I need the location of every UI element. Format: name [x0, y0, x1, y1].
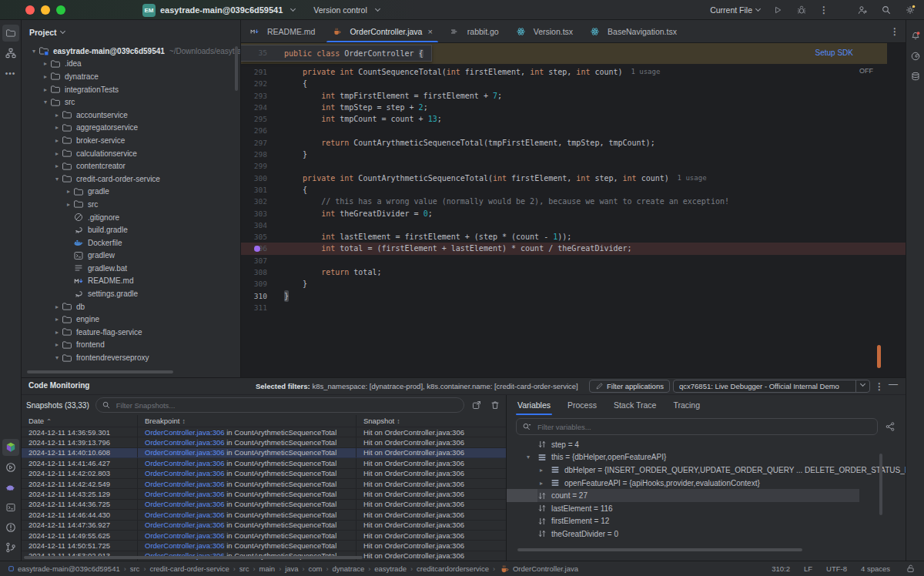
tree-item-db[interactable]: ▸db: [22, 300, 240, 313]
tree-chevron-icon[interactable]: ▸: [64, 188, 73, 195]
tab-basenavigation-tsx[interactable]: BaseNavigation.tsx: [581, 20, 685, 42]
tree-chevron-icon[interactable]: ▸: [52, 316, 62, 323]
tree-chevron-icon[interactable]: ▸: [41, 73, 50, 80]
run-tool-button[interactable]: [2, 459, 19, 476]
column-breakpoint[interactable]: Breakpoint↕: [137, 415, 356, 427]
breakpoint-link[interactable]: OrderController.java:306: [145, 521, 225, 529]
breakpoint-icon[interactable]: [254, 246, 260, 252]
debugger-tool-button[interactable]: [2, 479, 19, 496]
snapshot-row[interactable]: 2024-12-11 14:46:44.430OrderController.j…: [22, 510, 506, 520]
tree-item-engine[interactable]: ▸engine: [22, 313, 240, 326]
code-with-me-icon[interactable]: [856, 4, 869, 16]
code-line-303[interactable]: 303 int theGreatDivider = 0;: [241, 208, 906, 219]
tree-chevron-icon[interactable]: ▸: [41, 60, 50, 67]
tree-chevron-icon[interactable]: ▾: [41, 99, 50, 105]
breadcrumb-dynatrace[interactable]: dynatrace: [333, 564, 365, 573]
more-actions-button[interactable]: ⋮: [819, 5, 829, 15]
line-number[interactable]: 291: [241, 66, 267, 78]
tree-chevron-icon[interactable]: ▸: [52, 162, 62, 169]
code-line-296[interactable]: 296: [241, 125, 906, 136]
tab-ordercontroller-java[interactable]: OrderController.java×: [323, 20, 440, 42]
project-panel-title[interactable]: Project: [29, 28, 57, 37]
breakpoint-link[interactable]: OrderController.java:306: [145, 480, 225, 488]
code-line-298[interactable]: 298 }: [241, 149, 906, 160]
code-line-293[interactable]: 293 int tmpFirstElement = firstElement +…: [241, 90, 906, 102]
breakpoint-link[interactable]: OrderController.java:306: [145, 511, 225, 519]
more-tools-button[interactable]: •••: [2, 65, 19, 82]
line-number[interactable]: 303: [241, 208, 267, 219]
line-number[interactable]: 292: [241, 78, 267, 89]
search-everywhere-icon[interactable]: [880, 4, 892, 16]
version-control-tool-button[interactable]: [2, 539, 19, 556]
snapshot-filter-input[interactable]: [115, 400, 458, 410]
share-icon[interactable]: [884, 420, 896, 433]
terminal-tool-button[interactable]: [2, 499, 19, 516]
tree-item--idea[interactable]: ▸.idea: [22, 58, 240, 71]
tab-version-tsx[interactable]: Version.tsx: [507, 20, 581, 42]
run-button[interactable]: [772, 4, 784, 16]
ai-assistant-icon[interactable]: [907, 48, 924, 65]
snapshot-filter-field[interactable]: [95, 397, 464, 413]
tree-item-build-gradle[interactable]: build.gradle: [22, 223, 240, 236]
snapshots-horizontal-scrollbar[interactable]: [24, 556, 363, 559]
tree-chevron-icon[interactable]: ▸: [52, 341, 62, 348]
file-encoding[interactable]: UTF-8: [826, 564, 847, 573]
variable-row-openFeatureAPI[interactable]: ▸openFeatureAPI = {apiHooks,provider,eva…: [507, 477, 906, 490]
settings-gear-icon[interactable]: [904, 4, 916, 16]
breakpoint-link[interactable]: OrderController.java:306: [145, 438, 225, 447]
tree-item-gradle[interactable]: ▸gradle: [22, 186, 240, 199]
tab-stack-trace[interactable]: Stack Trace: [614, 395, 656, 415]
tree-item-accountservice[interactable]: ▸accountservice: [22, 109, 240, 122]
database-tool-button[interactable]: [907, 68, 924, 85]
tree-item-calculationservice[interactable]: ▸calculationservice: [22, 147, 240, 160]
tree-item-integrationtests[interactable]: ▸integrationTests: [22, 83, 240, 96]
code-monitoring-tool-button[interactable]: [2, 439, 19, 456]
breadcrumb-main[interactable]: main: [259, 564, 276, 573]
variable-chevron-icon[interactable]: ▾: [527, 454, 537, 460]
breakpoint-link[interactable]: OrderController.java:306: [145, 531, 225, 540]
code-line-310[interactable]: 310}: [241, 290, 906, 302]
code-line-302[interactable]: 302 // this has a wrong value (normally …: [241, 196, 906, 207]
problems-tool-button[interactable]: [2, 519, 19, 536]
tree-chevron-icon[interactable]: ▸: [52, 303, 62, 310]
breadcrumb-ordercontroller-java[interactable]: OrderController.java: [499, 564, 578, 574]
tree-chevron-icon[interactable]: ▸: [64, 201, 73, 208]
caret-position[interactable]: 310:2: [772, 564, 790, 573]
snapshot-row[interactable]: 2024-12-11 14:43:25.129OrderController.j…: [22, 489, 506, 499]
breadcrumb-src[interactable]: src: [239, 564, 249, 573]
line-number[interactable]: 304: [241, 219, 267, 231]
snapshot-row[interactable]: 2024-12-11 14:41:46.427OrderController.j…: [22, 458, 506, 468]
minimize-window-button[interactable]: [41, 5, 50, 15]
variable-chevron-icon[interactable]: ▸: [540, 480, 550, 487]
line-number[interactable]: 311: [241, 302, 267, 313]
editor-scrollbar-thumb[interactable]: [877, 345, 881, 368]
hide-panel-button[interactable]: —: [889, 379, 898, 390]
tree-item-feature-flag-service[interactable]: ▸feature-flag-service: [22, 326, 240, 339]
code-lines[interactable]: 291 private int CountSequenceTotal(int f…: [241, 66, 906, 313]
code-line-300[interactable]: 300 private int CountArythmeticSequenceT…: [241, 172, 906, 184]
panel-options-button[interactable]: ⋮: [875, 381, 884, 392]
tree-item-settings-gradle[interactable]: settings.gradle: [22, 287, 240, 300]
variables-vertical-scrollbar[interactable]: [879, 454, 882, 515]
line-number[interactable]: 299: [241, 160, 267, 172]
tree-item-dynatrace[interactable]: ▸dynatrace: [22, 70, 240, 83]
tree-item-gradlew-bat[interactable]: gradlew.bat: [22, 262, 240, 275]
line-number[interactable]: 294: [241, 102, 267, 113]
variables-horizontal-scrollbar[interactable]: [517, 548, 802, 551]
variable-row-count[interactable]: count = 27: [507, 489, 906, 502]
variable-row-this[interactable]: ▾this = {dbHelper,openFeatureAPI}: [507, 451, 906, 464]
tree-chevron-icon[interactable]: ▾: [52, 354, 62, 361]
export-icon[interactable]: [470, 399, 483, 411]
tree-item--gitignore[interactable]: .gitignore: [22, 211, 240, 224]
variable-chevron-icon[interactable]: ▸: [540, 467, 550, 474]
tab-rabbit-go[interactable]: rabbit.go: [441, 20, 507, 42]
line-number[interactable]: 307: [241, 255, 267, 266]
line-number[interactable]: 297: [241, 137, 267, 149]
breadcrumb-easytrade[interactable]: easytrade: [374, 564, 407, 573]
breadcrumb-com[interactable]: com: [309, 564, 323, 573]
line-ending[interactable]: LF: [804, 564, 812, 573]
snapshot-row[interactable]: 2024-12-11 14:36:59.301OrderController.j…: [22, 427, 506, 437]
snapshot-row[interactable]: 2024-12-11 14:50:51.725OrderController.j…: [22, 541, 506, 551]
setup-sdk-link[interactable]: Setup SDK: [815, 49, 853, 57]
tree-chevron-icon[interactable]: ▸: [52, 150, 62, 157]
